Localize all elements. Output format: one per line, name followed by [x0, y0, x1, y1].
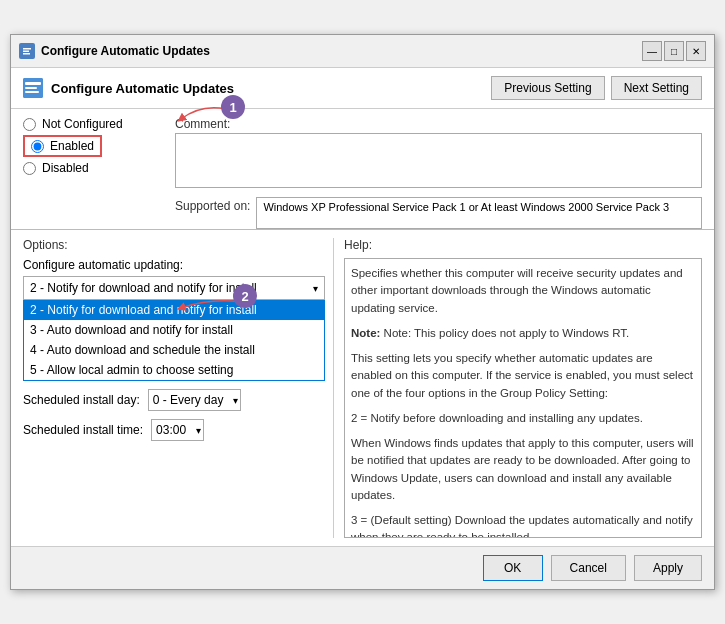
header-buttons: Previous Setting Next Setting [491, 76, 702, 100]
help-para-4: When Windows finds updates that apply to… [351, 435, 695, 504]
help-para-1: Note: Note: This policy does not apply t… [351, 325, 695, 342]
right-col-top: Comment: Supported on: Windows XP Profes… [175, 117, 702, 229]
header-bar: Configure Automatic Updates Previous Set… [11, 68, 714, 109]
svg-rect-5 [25, 82, 41, 85]
scheduled-day-select[interactable]: 0 - Every day [148, 389, 241, 411]
title-bar-left: Configure Automatic Updates [19, 43, 210, 59]
svg-rect-6 [25, 87, 37, 89]
header-title: Configure Automatic Updates [51, 81, 234, 96]
title-controls: — □ ✕ [642, 41, 706, 61]
svg-rect-3 [23, 53, 30, 55]
maximize-button[interactable]: □ [664, 41, 684, 61]
help-text-area[interactable]: Specifies whether this computer will rec… [344, 258, 702, 538]
radio-disabled[interactable]: Disabled [23, 161, 163, 175]
dropdown-item-1[interactable]: 3 - Auto download and notify for install [24, 320, 324, 340]
svg-rect-1 [23, 48, 31, 50]
scheduled-day-row: Scheduled install day: 0 - Every day [23, 389, 325, 411]
configure-dropdown-container[interactable]: 2 - Notify for download and notify for i… [23, 276, 325, 300]
comment-input[interactable] [175, 133, 702, 188]
scheduled-time-select-wrapper[interactable]: 03:00 [151, 419, 204, 441]
comment-label: Comment: [175, 117, 702, 131]
scheduled-time-row: Scheduled install time: 03:00 [23, 419, 325, 441]
scheduled-day-select-wrapper[interactable]: 0 - Every day [148, 389, 241, 411]
svg-rect-7 [25, 91, 39, 93]
supported-on-value: Windows XP Professional Service Pack 1 o… [256, 197, 702, 229]
dropdown-item-3[interactable]: 5 - Allow local admin to choose setting [24, 360, 324, 380]
dropdown-selected-value: 2 - Notify for download and notify for i… [30, 281, 313, 295]
apply-button[interactable]: Apply [634, 555, 702, 581]
help-para-3: 2 = Notify before downloading and instal… [351, 410, 695, 427]
enabled-label: Enabled [50, 139, 94, 153]
radio-group: Not Configured Enabled Disabled [23, 117, 163, 229]
help-para-0: Specifies whether this computer will rec… [351, 265, 695, 317]
main-window: Configure Automatic Updates — □ ✕ Config… [10, 34, 715, 590]
scheduled-time-select[interactable]: 03:00 [151, 419, 204, 441]
close-button[interactable]: ✕ [686, 41, 706, 61]
scheduled-time-label: Scheduled install time: [23, 423, 143, 437]
dropdown-item-2[interactable]: 4 - Auto download and schedule the insta… [24, 340, 324, 360]
configure-label: Configure automatic updating: [23, 258, 325, 272]
help-text-content: Specifies whether this computer will rec… [351, 265, 695, 538]
radio-not-configured[interactable]: Not Configured [23, 117, 163, 131]
configure-dropdown[interactable]: 2 - Notify for download and notify for i… [23, 276, 325, 300]
help-para-2: This setting lets you specify whether au… [351, 350, 695, 402]
footer: OK Cancel Apply [11, 546, 714, 589]
ok-button[interactable]: OK [483, 555, 543, 581]
help-para-5: 3 = (Default setting) Download the updat… [351, 512, 695, 538]
window-title: Configure Automatic Updates [41, 44, 210, 58]
not-configured-label: Not Configured [42, 117, 123, 131]
top-section: 1 Not Configured Enabled Disabled Commen… [11, 109, 714, 229]
main-section: Options: Configure automatic updating: 2… [11, 230, 714, 546]
supported-on-row: Supported on: Windows XP Professional Se… [175, 197, 702, 229]
minimize-button[interactable]: — [642, 41, 662, 61]
dropdown-item-0[interactable]: 2 - Notify for download and notify for i… [24, 300, 324, 320]
annotation-2: 2 [233, 284, 257, 308]
svg-rect-2 [23, 51, 29, 53]
help-column: Help: Specifies whether this computer wi… [333, 238, 702, 538]
header-icon [23, 78, 43, 98]
previous-setting-button[interactable]: Previous Setting [491, 76, 604, 100]
window-icon [19, 43, 35, 59]
supported-label: Supported on: [175, 197, 250, 213]
dropdown-arrow-icon: ▾ [313, 283, 318, 294]
options-column: Options: Configure automatic updating: 2… [23, 238, 333, 538]
dropdown-list: 2 - Notify for download and notify for i… [23, 300, 325, 381]
scheduled-day-label: Scheduled install day: [23, 393, 140, 407]
options-title: Options: [23, 238, 325, 252]
disabled-label: Disabled [42, 161, 89, 175]
next-setting-button[interactable]: Next Setting [611, 76, 702, 100]
help-title: Help: [344, 238, 702, 252]
annotation-1: 1 [221, 95, 245, 119]
cancel-button[interactable]: Cancel [551, 555, 626, 581]
radio-enabled-container[interactable]: Enabled [23, 135, 102, 157]
title-bar: Configure Automatic Updates — □ ✕ [11, 35, 714, 68]
header-left: Configure Automatic Updates [23, 78, 234, 98]
